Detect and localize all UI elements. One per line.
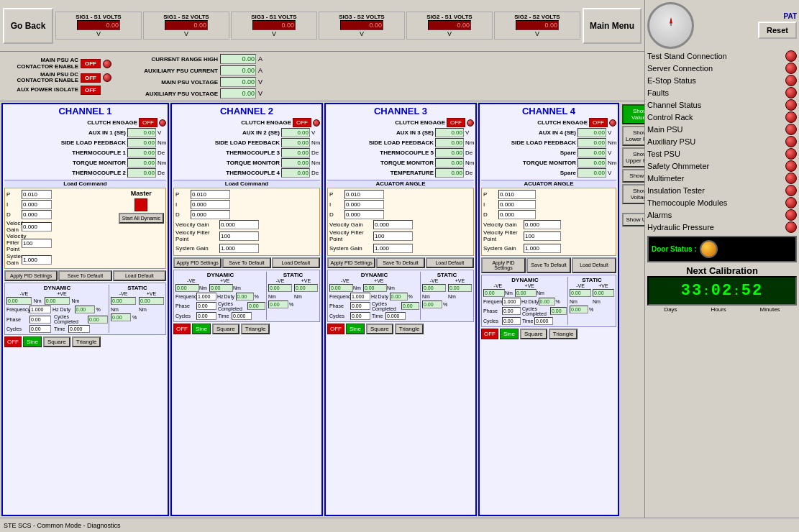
- ch2-off-wave-button[interactable]: OFF: [173, 324, 191, 334]
- ch3-dyn-duty[interactable]: [390, 293, 408, 301]
- ch2-dyn-neg[interactable]: [175, 284, 199, 292]
- ch2-square-button[interactable]: Square: [212, 324, 239, 334]
- ch4-spare1-value[interactable]: [577, 148, 606, 157]
- sig2-s1-value[interactable]: [428, 20, 471, 30]
- sig1-s1-value[interactable]: [77, 20, 120, 30]
- aux-iso-off-button[interactable]: OFF: [81, 86, 101, 95]
- ch1-stat-duty[interactable]: [111, 313, 131, 321]
- ch1-pid-sg[interactable]: [22, 255, 52, 265]
- ch1-dyn-pos[interactable]: [45, 297, 70, 305]
- ch4-sine-button[interactable]: Sine: [500, 329, 519, 339]
- psu-field-3-value[interactable]: [220, 88, 256, 98]
- ch2-clutch-button[interactable]: OFF: [293, 118, 311, 127]
- ch1-dyn-cycles-comp[interactable]: [88, 316, 108, 324]
- ch3-sideload-value[interactable]: [435, 138, 464, 147]
- ch3-pid-vg[interactable]: [373, 220, 413, 229]
- ch4-dyn-phase[interactable]: [502, 307, 521, 315]
- ch1-dyn-phase[interactable]: [29, 316, 51, 324]
- ch2-pid-vfp[interactable]: [219, 231, 259, 241]
- ch2-dyn-pos[interactable]: [209, 284, 233, 292]
- show-voltage-button[interactable]: Show Voltage: [622, 184, 644, 204]
- psu-field-2-value[interactable]: [220, 77, 256, 87]
- sig3-s2-value[interactable]: [340, 20, 383, 30]
- ch1-thermo2-value[interactable]: [127, 168, 156, 178]
- ch4-stat-duty[interactable]: [570, 306, 588, 313]
- ch3-stat-neg[interactable]: [422, 284, 446, 292]
- ch3-aux3-value[interactable]: [435, 128, 464, 137]
- ch3-pid-i[interactable]: [344, 200, 384, 209]
- ch3-pid-vfp[interactable]: [373, 231, 413, 241]
- ch1-pid-vg[interactable]: [22, 222, 52, 231]
- ch3-pid-p[interactable]: [344, 190, 384, 199]
- main-menu-button[interactable]: Main Menu: [583, 8, 642, 44]
- ch3-dyn-freq[interactable]: [350, 293, 370, 301]
- ch4-sideload-value[interactable]: [577, 138, 606, 147]
- ch1-aux1-value[interactable]: [127, 128, 156, 137]
- ch3-thermo5-value[interactable]: [435, 148, 464, 157]
- ch1-dyn-duty[interactable]: [75, 306, 95, 313]
- ch3-dyn-pos[interactable]: [363, 284, 387, 292]
- ch2-dyn-cycles-comp[interactable]: [247, 302, 265, 310]
- start-all-dynamic-button[interactable]: Start All Dynamic: [119, 213, 164, 224]
- ch3-off-wave-button[interactable]: OFF: [327, 324, 344, 334]
- ch1-clutch-button[interactable]: OFF: [139, 118, 157, 127]
- ch4-pid-i[interactable]: [498, 200, 536, 209]
- ch2-sideload-value[interactable]: [281, 138, 310, 147]
- ch3-apply-pid-button[interactable]: Apply PID Settings: [327, 257, 375, 268]
- ch3-stat-pos[interactable]: [448, 284, 472, 292]
- ch2-stat-pos[interactable]: [294, 284, 318, 292]
- ch2-load-default-button[interactable]: Load Default: [272, 257, 320, 268]
- ch4-clutch-button[interactable]: OFF: [589, 118, 608, 127]
- ch4-pid-d[interactable]: [498, 210, 536, 219]
- psu-field-0-value[interactable]: [220, 54, 256, 64]
- ch4-dyn-pos[interactable]: [515, 289, 537, 297]
- ch2-pid-p[interactable]: [191, 190, 230, 199]
- ch1-stat-neg[interactable]: [111, 297, 136, 305]
- reset-button[interactable]: Reset: [758, 22, 797, 39]
- ch1-dyn-freq[interactable]: [29, 306, 51, 313]
- ch2-pid-vg[interactable]: [219, 220, 259, 229]
- ch3-pid-d[interactable]: [344, 210, 384, 219]
- ch1-load-default-button[interactable]: Load Default: [113, 270, 166, 281]
- ch2-dyn-cycles[interactable]: [196, 312, 216, 320]
- ch4-spare2-value[interactable]: [577, 168, 606, 178]
- ch2-torque-value[interactable]: [281, 158, 310, 168]
- ch4-triangle-button[interactable]: Triangle: [549, 329, 578, 339]
- ch1-dyn-cycles[interactable]: [29, 325, 51, 333]
- ch1-triangle-button[interactable]: Triangle: [72, 336, 101, 347]
- ch1-apply-pid-button[interactable]: Apply PID Settings: [4, 270, 58, 281]
- main-ac-off-button[interactable]: OFF: [81, 59, 101, 68]
- ch3-sine-button[interactable]: Sine: [346, 324, 365, 334]
- ch2-dyn-freq[interactable]: [196, 293, 216, 301]
- ch1-sine-button[interactable]: Sine: [23, 336, 42, 347]
- ch2-dyn-time[interactable]: [232, 312, 252, 320]
- ch1-save-default-button[interactable]: Save To Default: [58, 270, 111, 281]
- ch2-thermo3-value[interactable]: [281, 148, 310, 157]
- ch3-pid-sg[interactable]: [373, 244, 413, 253]
- ch1-thermo1-value[interactable]: [127, 148, 156, 157]
- sig3-s1-value[interactable]: [252, 20, 296, 30]
- ch3-stat-duty[interactable]: [422, 301, 442, 308]
- ch2-sine-button[interactable]: Sine: [192, 324, 211, 334]
- ch4-save-default-button[interactable]: Save To Default: [526, 257, 571, 273]
- ch4-square-button[interactable]: Square: [520, 329, 547, 339]
- ch4-apply-pid-button[interactable]: Apply PID Settings: [481, 257, 526, 273]
- ch4-load-default-button[interactable]: Load Default: [572, 257, 616, 273]
- ch4-pid-vg[interactable]: [524, 220, 561, 229]
- ch4-dyn-time[interactable]: [534, 317, 553, 325]
- ch2-stat-duty[interactable]: [268, 301, 288, 308]
- ch3-clutch-button[interactable]: OFF: [447, 118, 465, 127]
- show-values-button[interactable]: Show Values: [622, 104, 644, 124]
- ch3-dyn-time[interactable]: [385, 312, 406, 320]
- ch2-dyn-duty[interactable]: [236, 293, 254, 301]
- ch2-triangle-button[interactable]: Triangle: [241, 324, 270, 334]
- sig1-s2-value[interactable]: [165, 20, 208, 30]
- ch4-aux4-value[interactable]: [577, 128, 606, 137]
- ch4-off-wave-button[interactable]: OFF: [481, 329, 498, 339]
- go-back-button[interactable]: Go Back: [3, 8, 53, 44]
- ch2-aux2-value[interactable]: [281, 128, 310, 137]
- ch2-pid-i[interactable]: [191, 200, 230, 209]
- ch3-dyn-cycles[interactable]: [350, 312, 370, 320]
- ch4-dyn-duty[interactable]: [539, 298, 555, 306]
- ch1-dyn-time[interactable]: [68, 325, 90, 333]
